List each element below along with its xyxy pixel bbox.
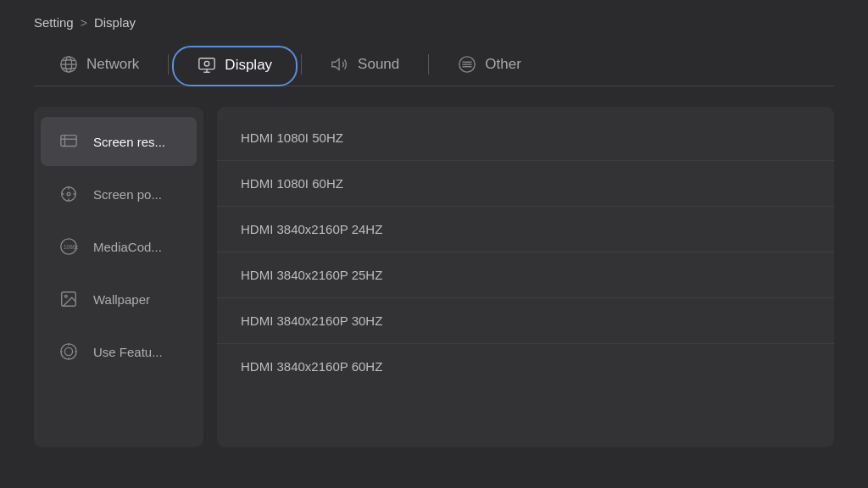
- tab-divider-2: [301, 54, 302, 75]
- svg-point-20: [67, 192, 70, 196]
- sidebar-item-screen-resolution-label: Screen res...: [93, 135, 165, 149]
- sound-icon: [331, 55, 349, 74]
- tab-display-label: Display: [225, 57, 272, 74]
- list-item[interactable]: HDMI 1080I 50HZ: [217, 115, 834, 161]
- tab-bar: Network Display: [34, 43, 834, 86]
- svg-point-26: [64, 347, 72, 355]
- sidebar-item-use-features[interactable]: Use Featu...: [41, 327, 197, 376]
- list-item[interactable]: HDMI 3840x2160P 25HZ: [217, 252, 834, 298]
- breadcrumb-current: Display: [94, 15, 136, 30]
- tab-sound-label: Sound: [358, 56, 399, 73]
- svg-text:1080p: 1080p: [64, 244, 78, 251]
- use-features-icon: [56, 339, 81, 364]
- list-item[interactable]: HDMI 3840x2160P 60HZ: [217, 344, 834, 389]
- tab-sound[interactable]: Sound: [305, 45, 425, 87]
- screen-res-icon: [56, 129, 81, 154]
- tab-network-label: Network: [86, 56, 139, 73]
- sidebar-item-wallpaper-label: Wallpaper: [93, 292, 150, 307]
- tab-other[interactable]: Other: [432, 45, 547, 87]
- sidebar-panel: Screen res... Screen po... 1080p: [34, 107, 203, 447]
- breadcrumb: Setting > Display: [34, 15, 834, 30]
- svg-rect-12: [61, 136, 76, 147]
- tab-divider-3: [428, 54, 429, 75]
- header: Setting > Display Network: [0, 0, 868, 86]
- wallpaper-icon: [56, 286, 81, 312]
- tab-display[interactable]: Display: [172, 46, 298, 86]
- sidebar-item-screen-position-label: Screen po...: [93, 187, 162, 202]
- sidebar-item-wallpaper[interactable]: Wallpaper: [41, 274, 197, 324]
- sidebar-item-media-codec[interactable]: 1080p MediaCod...: [41, 222, 197, 271]
- breadcrumb-separator: >: [81, 16, 87, 30]
- list-item[interactable]: HDMI 3840x2160P 24HZ: [217, 207, 834, 252]
- content-panel: HDMI 1080I 50HZ HDMI 1080I 60HZ HDMI 384…: [217, 107, 834, 447]
- media-codec-icon: 1080p: [56, 234, 81, 259]
- breadcrumb-root: Setting: [34, 15, 74, 30]
- network-icon: [59, 55, 78, 74]
- list-item[interactable]: HDMI 1080I 60HZ: [217, 161, 834, 207]
- sidebar-item-use-features-label: Use Featu...: [93, 345, 163, 359]
- tab-other-label: Other: [485, 56, 521, 73]
- svg-point-25: [61, 344, 76, 359]
- sidebar-item-media-codec-label: MediaCod...: [93, 240, 162, 254]
- svg-point-24: [64, 295, 67, 297]
- svg-point-6: [205, 61, 210, 66]
- display-icon: [198, 56, 216, 75]
- main-content: Screen res... Screen po... 1080p: [0, 86, 868, 464]
- tab-network[interactable]: Network: [34, 45, 164, 87]
- list-item[interactable]: HDMI 3840x2160P 30HZ: [217, 298, 834, 344]
- screen-pos-icon: [56, 181, 81, 207]
- svg-marker-7: [332, 59, 339, 70]
- other-icon: [458, 55, 476, 74]
- tab-divider-1: [168, 54, 169, 75]
- svg-rect-3: [199, 58, 214, 69]
- sidebar-item-screen-position[interactable]: Screen po...: [41, 169, 197, 219]
- sidebar-item-screen-resolution[interactable]: Screen res...: [41, 117, 197, 166]
